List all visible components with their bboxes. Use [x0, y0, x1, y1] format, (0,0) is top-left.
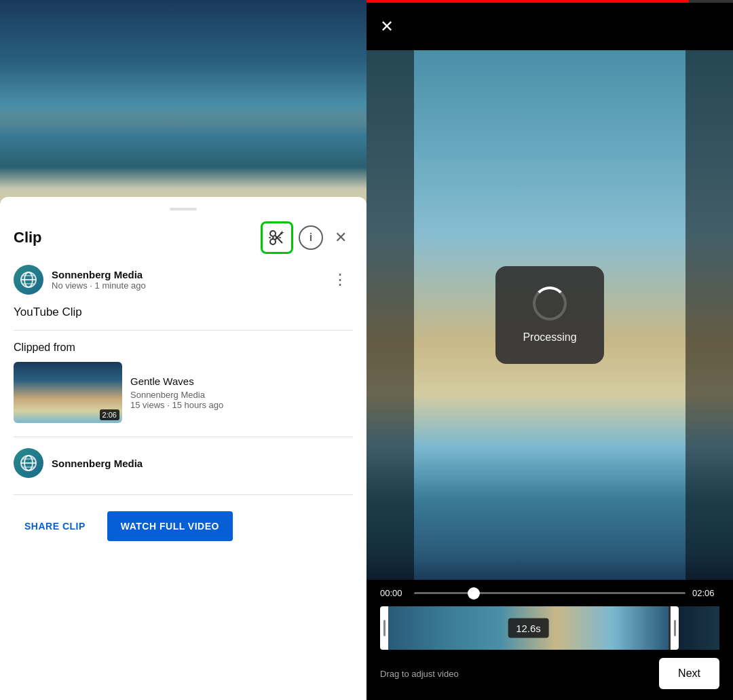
- right-crop-overlay: [685, 50, 733, 580]
- video-progress-bar: [366, 0, 733, 3]
- processing-overlay: Processing: [495, 266, 604, 364]
- source-channel: Sonnenberg Media: [130, 390, 223, 400]
- strip-handle-left[interactable]: [380, 606, 388, 650]
- globe-icon: [19, 270, 38, 289]
- bottom-controls: 00:00 02:06 12.6s Drag to adjust video N…: [366, 580, 733, 700]
- source-video-row: 2:06 Gentle Waves Sonnenberg Media 15 vi…: [14, 362, 353, 423]
- source-meta: 15 views · 15 hours ago: [130, 400, 223, 410]
- channel-name: Sonnenberg Media: [52, 269, 319, 280]
- left-crop-overlay: [366, 50, 414, 580]
- bottom-footer: Drag to adjust video Next: [380, 658, 719, 689]
- channel-avatar: [14, 265, 43, 295]
- source-thumbnail[interactable]: 2:06: [14, 362, 122, 423]
- more-options-button[interactable]: ⋮: [327, 268, 353, 291]
- right-panel: ✕ Processing 00:00 02:06 12.6s: [366, 0, 733, 700]
- close-sheet-button[interactable]: ✕: [328, 225, 353, 250]
- divider-1: [14, 330, 353, 331]
- svg-point-1: [270, 231, 276, 236]
- globe-icon-2: [19, 454, 38, 473]
- clip-strip-row: 12.6s: [380, 606, 719, 650]
- info-icon-button[interactable]: i: [299, 225, 323, 250]
- source-duration: 2:06: [100, 409, 119, 420]
- strip-handle-right[interactable]: [671, 606, 679, 650]
- drag-handle: [170, 208, 197, 210]
- channel-name-2: Sonnenberg Media: [52, 458, 143, 469]
- share-clip-button[interactable]: SHARE CLIP: [14, 513, 96, 540]
- time-slider-track[interactable]: [414, 592, 685, 594]
- progress-fill: [366, 0, 689, 3]
- strip-handle-left-inner: [383, 620, 386, 636]
- clip-scissors-icon: +: [267, 228, 286, 247]
- channel-avatar-2: [14, 448, 43, 478]
- video-area: Processing: [366, 50, 733, 580]
- clip-duration-badge: 12.6s: [508, 619, 549, 638]
- svg-text:+: +: [280, 229, 284, 236]
- info-icon-label: i: [309, 232, 312, 244]
- left-panel: Clip + i ✕: [0, 0, 366, 700]
- next-button[interactable]: Next: [659, 658, 719, 689]
- source-title: Gentle Waves: [130, 375, 223, 387]
- channel-meta: No views · 1 minute ago: [52, 280, 319, 291]
- source-info: Gentle Waves Sonnenberg Media 15 views ·…: [130, 362, 223, 423]
- time-start-label: 00:00: [380, 588, 407, 598]
- divider-2: [14, 437, 353, 437]
- clip-video-title: YouTube Clip: [14, 306, 353, 319]
- sheet-title: Clip: [14, 229, 261, 246]
- time-slider-row: 00:00 02:06: [380, 588, 719, 598]
- time-slider-thumb[interactable]: [468, 587, 480, 600]
- divider-3: [14, 494, 353, 495]
- header-icons: + i ✕: [261, 221, 353, 254]
- ocean-waves-decoration: [0, 102, 366, 210]
- processing-text: Processing: [523, 331, 576, 344]
- svg-point-0: [270, 239, 276, 244]
- strip-handle-right-inner: [674, 620, 676, 636]
- loading-spinner: [533, 287, 567, 320]
- action-buttons: SHARE CLIP WATCH FULL VIDEO: [14, 506, 353, 547]
- strip-frames[interactable]: 12.6s: [388, 606, 669, 650]
- drag-hint-text: Drag to adjust video: [380, 669, 459, 679]
- strip-extra-frames: [679, 606, 719, 650]
- close-right-button[interactable]: ✕: [380, 17, 394, 36]
- clip-icon-button[interactable]: +: [261, 221, 293, 254]
- time-end-label: 02:06: [692, 588, 719, 598]
- left-video-thumbnail: [0, 0, 366, 210]
- channel-row-2: Sonnenberg Media: [14, 448, 353, 478]
- channel-info: Sonnenberg Media No views · 1 minute ago: [52, 269, 319, 291]
- right-header: ✕: [366, 3, 733, 50]
- clipped-from-label: Clipped from: [14, 342, 353, 354]
- watch-full-video-button[interactable]: WATCH FULL VIDEO: [107, 511, 233, 541]
- channel-row: Sonnenberg Media No views · 1 minute ago…: [14, 265, 353, 295]
- clip-bottom-sheet: Clip + i ✕: [0, 197, 366, 700]
- sheet-header: Clip + i ✕: [14, 221, 353, 254]
